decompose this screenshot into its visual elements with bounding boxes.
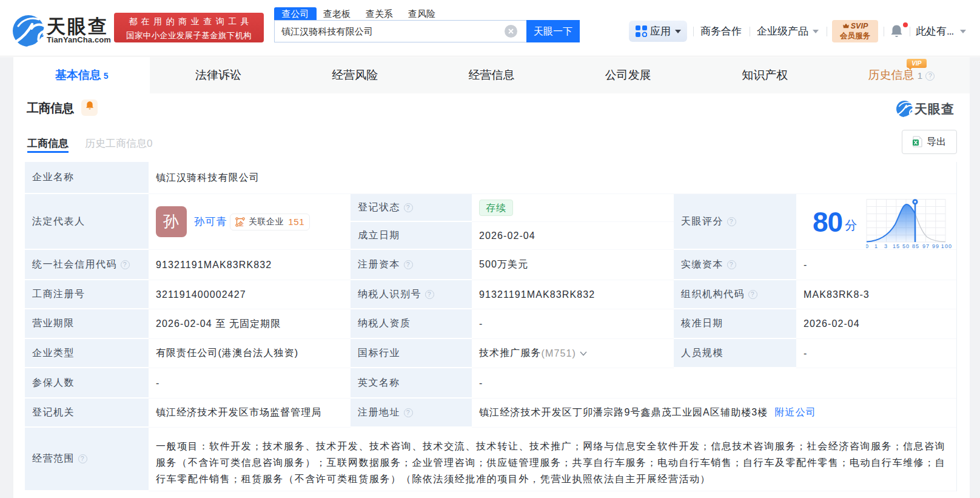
svg-text:企: 企 bbox=[237, 220, 244, 227]
svg-text:15: 15 bbox=[893, 243, 900, 249]
svg-text:99: 99 bbox=[932, 243, 939, 249]
svg-text:0: 0 bbox=[866, 243, 869, 249]
svg-text:85: 85 bbox=[912, 243, 919, 249]
svg-text:100: 100 bbox=[941, 243, 952, 249]
svg-text:3: 3 bbox=[884, 243, 888, 249]
svg-text:97: 97 bbox=[922, 243, 930, 249]
svg-text:1: 1 bbox=[874, 243, 878, 249]
svg-text:50: 50 bbox=[902, 243, 910, 249]
